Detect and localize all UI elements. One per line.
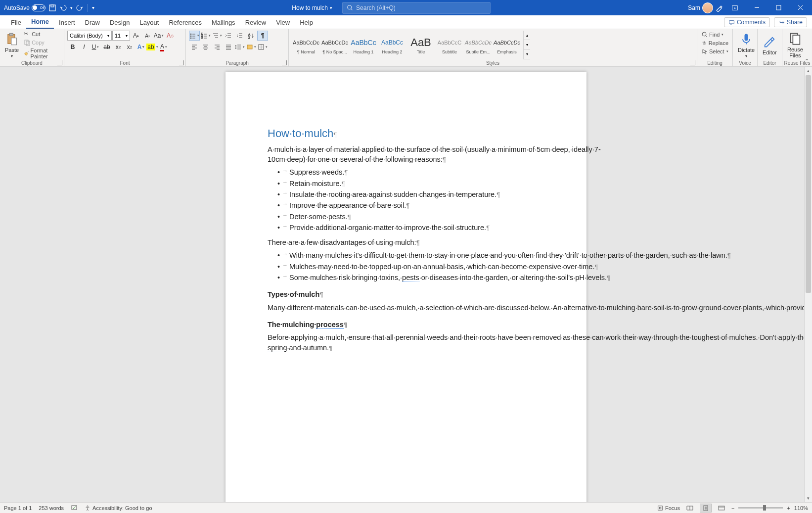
ribbon: Paste ▾ ✂Cut Copy Format Painter Clipboa…	[0, 29, 812, 67]
find-button[interactable]: Find▾	[700, 31, 729, 39]
underline-button[interactable]: U	[90, 42, 101, 52]
clipboard-dialog-launcher[interactable]	[57, 60, 62, 65]
font-dialog-launcher[interactable]	[179, 60, 184, 65]
bullets-button[interactable]	[189, 31, 200, 41]
select-button[interactable]: Select▾	[700, 47, 729, 55]
tab-layout[interactable]: Layout	[135, 16, 164, 29]
svg-rect-5	[729, 20, 734, 24]
style-item[interactable]: AaBbCcDc¶ Normal	[292, 31, 320, 59]
tab-help[interactable]: Help	[295, 16, 318, 29]
styles-gallery: AaBbCcDc¶ NormalAaBbCcDc¶ No Spac...AaBb…	[292, 31, 521, 59]
styles-dialog-launcher[interactable]	[690, 60, 695, 65]
align-right-button[interactable]	[212, 42, 223, 52]
close-button[interactable]	[790, 0, 810, 15]
shading-button[interactable]	[246, 42, 257, 52]
tab-insert[interactable]: Insert	[54, 16, 80, 29]
autosave-toggle[interactable]: AutoSave Off	[4, 4, 45, 11]
tab-design[interactable]: Design	[105, 16, 135, 29]
tab-view[interactable]: View	[271, 16, 295, 29]
cut-button[interactable]: ✂Cut	[23, 30, 61, 38]
clear-formatting-button[interactable]: A◇	[165, 31, 176, 41]
gallery-more[interactable]: ▾	[524, 50, 530, 59]
borders-button[interactable]	[257, 42, 268, 52]
text-effects-button[interactable]: A	[135, 42, 146, 52]
group-label-font: Font	[64, 60, 185, 66]
maximize-button[interactable]	[768, 0, 788, 15]
document-title[interactable]: How to mulch ▾	[292, 4, 332, 11]
style-item[interactable]: AaBbCcDc¶ No Spac...	[320, 31, 349, 59]
comments-button[interactable]: Comments	[724, 17, 770, 27]
reuse-files-button[interactable]: Reuse Files	[785, 31, 805, 59]
tab-review[interactable]: Review	[240, 16, 271, 29]
titlebar: AutoSave Off ▾ ▾ How to mulch ▾ Search (…	[0, 0, 812, 15]
align-left-button[interactable]	[189, 42, 200, 52]
change-case-button[interactable]: Aa	[153, 31, 164, 41]
increase-indent-button[interactable]	[234, 31, 245, 41]
subscript-button[interactable]: x2	[113, 42, 124, 52]
share-button[interactable]: Share	[774, 17, 807, 27]
strikethrough-button[interactable]: ab	[101, 42, 112, 52]
style-item[interactable]: AaBTitle	[406, 31, 435, 59]
svg-rect-8	[11, 38, 17, 45]
style-item[interactable]: AaBbCcCSubtitle	[435, 31, 464, 59]
redo-icon[interactable]	[76, 4, 84, 12]
justify-button[interactable]	[223, 42, 234, 52]
avatar[interactable]	[702, 2, 713, 13]
align-center-button[interactable]	[200, 42, 211, 52]
style-item[interactable]: AaBbCcDcEmphasis	[493, 31, 521, 59]
multilevel-list-button[interactable]	[212, 31, 223, 41]
paste-button[interactable]: Paste ▾	[3, 31, 21, 59]
gallery-scroll-down[interactable]: ▾	[524, 40, 530, 49]
ribbon-display-icon[interactable]	[725, 0, 745, 15]
bold-button[interactable]: B	[67, 42, 78, 52]
numbering-button[interactable]: 123	[200, 31, 211, 41]
svg-point-13	[190, 38, 191, 39]
tab-home[interactable]: Home	[26, 15, 54, 29]
sort-button[interactable]: AZ	[246, 31, 257, 41]
line-spacing-button[interactable]	[234, 42, 245, 52]
replace-button[interactable]: Replace	[700, 39, 729, 47]
font-color-button[interactable]: A	[158, 42, 169, 52]
svg-rect-19	[247, 45, 252, 49]
ribbon-tabs: File Home Insert Draw Design Layout Refe…	[0, 15, 812, 29]
paragraph-dialog-launcher[interactable]	[282, 60, 287, 65]
show-hide-button[interactable]: ¶	[257, 31, 268, 41]
svg-rect-4	[776, 5, 781, 10]
undo-dropdown[interactable]: ▾	[70, 5, 73, 10]
svg-text:3: 3	[201, 36, 203, 39]
svg-point-21	[702, 32, 706, 36]
svg-rect-1	[51, 5, 54, 7]
svg-point-12	[190, 36, 191, 37]
group-label-paragraph: Paragraph	[186, 60, 288, 66]
style-item[interactable]: AaBbCcHeading 2	[378, 31, 406, 59]
style-item[interactable]: AaBbCcDcSubtle Em...	[464, 31, 493, 59]
superscript-button[interactable]: x2	[124, 42, 135, 52]
collapse-ribbon-button[interactable]: ⌃	[805, 58, 809, 64]
font-name-combo[interactable]: Calibri (Body)▾	[67, 31, 112, 41]
group-label-clipboard: Clipboard	[0, 60, 64, 66]
highlight-button[interactable]: ab	[147, 42, 158, 52]
shrink-font-button[interactable]: A▾	[142, 31, 153, 41]
group-label-voice: Voice	[733, 60, 757, 66]
italic-button[interactable]: I	[79, 42, 90, 52]
gallery-scroll-up[interactable]: ▴	[524, 31, 530, 40]
tab-draw[interactable]: Draw	[80, 16, 105, 29]
style-item[interactable]: AaBbCcHeading 1	[349, 31, 378, 59]
copy-button[interactable]: Copy	[23, 39, 61, 47]
tab-mailings[interactable]: Mailings	[207, 16, 240, 29]
decrease-indent-button[interactable]	[223, 31, 234, 41]
search-input[interactable]: Search (Alt+Q)	[342, 2, 491, 14]
grow-font-button[interactable]: A▴	[131, 31, 141, 41]
editor-button[interactable]: Editor	[761, 31, 779, 59]
save-icon[interactable]	[48, 4, 56, 12]
tab-file[interactable]: File	[6, 16, 26, 29]
font-size-combo[interactable]: 11▾	[112, 31, 130, 41]
svg-rect-24	[793, 35, 800, 45]
tab-references[interactable]: References	[164, 16, 206, 29]
undo-icon[interactable]	[59, 4, 67, 12]
dictate-button[interactable]: Dictate▾	[736, 31, 757, 59]
format-painter-button[interactable]: Format Painter	[23, 47, 61, 60]
minimize-button[interactable]	[747, 0, 767, 15]
user-name[interactable]: Sam	[688, 4, 700, 11]
coming-soon-icon[interactable]	[715, 4, 723, 12]
